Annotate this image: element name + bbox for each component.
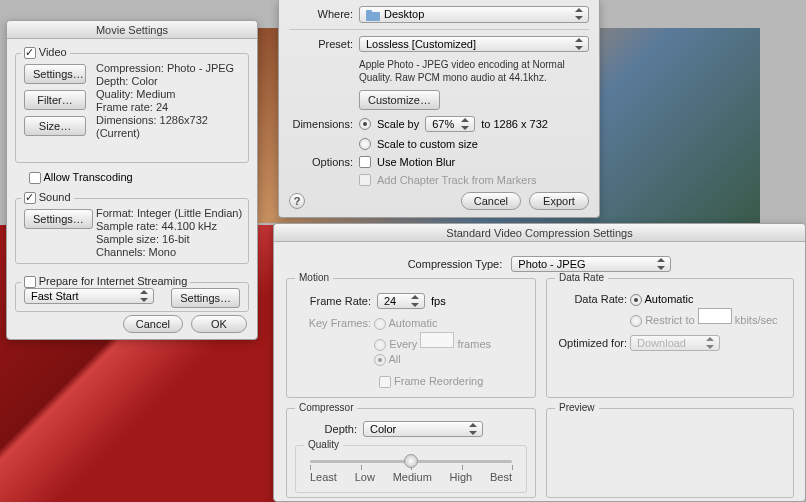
dr-unit-label: kbits/sec: [735, 314, 778, 326]
dr-restrict-radio[interactable]: [630, 315, 642, 327]
chevron-updown-icon: [139, 290, 149, 302]
scale-percent-popup[interactable]: 67%: [425, 116, 475, 132]
kf-every-label: Every: [389, 338, 417, 350]
chevron-updown-icon: [705, 337, 715, 349]
data-rate-label: Data Rate:: [557, 293, 627, 305]
sound-channels-text: Channels: Mono: [96, 246, 242, 259]
video-settings-button[interactable]: Settings…: [24, 64, 86, 84]
fast-start-value: Fast Start: [31, 290, 79, 302]
chevron-updown-icon: [574, 38, 584, 50]
chevron-updown-icon: [468, 423, 478, 435]
video-section-label: Video: [39, 46, 67, 58]
q-tick-least: Least: [310, 471, 337, 483]
data-rate-group: Data Rate Data Rate: Automatic Restrict …: [546, 278, 794, 398]
dr-restrict-field[interactable]: [698, 308, 732, 324]
prepare-streaming-label: Prepare for Internet Streaming: [39, 275, 188, 287]
customize-button[interactable]: Customize…: [359, 90, 440, 110]
sound-settings-button[interactable]: Settings…: [24, 209, 93, 229]
compression-type-value: Photo - JPEG: [518, 258, 585, 270]
optimized-value: Download: [637, 337, 686, 349]
chevron-updown-icon: [574, 8, 584, 20]
sound-section-label: Sound: [39, 191, 71, 203]
quality-slider-thumb[interactable]: [404, 454, 418, 468]
prepare-streaming-checkbox[interactable]: [24, 276, 36, 288]
quality-group: Quality Least Low Medium High: [295, 445, 527, 493]
divider: [289, 29, 589, 30]
video-dimensions-text: Dimensions: 1286x732 (Current): [96, 114, 242, 140]
video-framerate-text: Frame rate: 24: [96, 101, 242, 114]
optimized-popup: Download: [630, 335, 720, 351]
frame-reorder-checkbox: [379, 376, 391, 388]
streaming-settings-button[interactable]: Settings…: [171, 288, 240, 308]
movie-cancel-button[interactable]: Cancel: [123, 315, 183, 333]
scale-by-label: Scale by: [377, 118, 419, 130]
kf-frames-label: frames: [457, 338, 491, 350]
video-section-box: Settings… Filter… Size… Compression: Pho…: [15, 53, 249, 163]
preset-label: Preset:: [289, 38, 353, 50]
export-cancel-button[interactable]: Cancel: [461, 192, 521, 210]
compression-type-popup[interactable]: Photo - JPEG: [511, 256, 671, 272]
dr-auto-radio[interactable]: [630, 294, 642, 306]
q-tick-medium: Medium: [393, 471, 432, 483]
q-tick-low: Low: [355, 471, 375, 483]
sound-checkbox[interactable]: [24, 192, 36, 204]
sound-format-text: Format: Integer (Little Endian): [96, 207, 242, 220]
where-popup[interactable]: Desktop: [359, 6, 589, 23]
q-tick-best: Best: [490, 471, 512, 483]
sound-samplesize-text: Sample size: 16-bit: [96, 233, 242, 246]
motion-blur-checkbox[interactable]: [359, 156, 371, 168]
compression-settings-dialog: Standard Video Compression Settings Comp…: [273, 223, 806, 502]
movie-ok-button[interactable]: OK: [191, 315, 247, 333]
depth-popup[interactable]: Color: [363, 421, 483, 437]
where-label: Where:: [289, 8, 353, 20]
where-value: Desktop: [384, 8, 424, 20]
kf-every-field: [420, 332, 454, 348]
scale-by-radio[interactable]: [359, 118, 371, 130]
fast-start-popup[interactable]: Fast Start: [24, 288, 154, 304]
motion-blur-label: Use Motion Blur: [377, 156, 455, 168]
motion-group: Motion Frame Rate: 24 fps Key Frames: Au…: [286, 278, 536, 398]
depth-value: Color: [370, 423, 396, 435]
motion-legend: Motion: [295, 272, 333, 283]
allow-transcoding-checkbox[interactable]: [29, 172, 41, 184]
preset-description: Apple Photo - JPEG video encoding at Nor…: [359, 58, 589, 84]
movie-title: Movie Settings: [7, 21, 257, 39]
export-button[interactable]: Export: [529, 192, 589, 210]
depth-label: Depth:: [297, 423, 357, 435]
q-tick-high: High: [450, 471, 473, 483]
compressor-group: Compressor Depth: Color Quality: [286, 408, 536, 498]
quality-slider[interactable]: [310, 460, 512, 463]
preview-legend: Preview: [555, 402, 599, 413]
sound-samplerate-text: Sample rate: 44.100 kHz: [96, 220, 242, 233]
video-filter-button[interactable]: Filter…: [24, 90, 86, 110]
dr-restrict-label: Restrict to: [645, 314, 695, 326]
chapter-track-label: Add Chapter Track from Markers: [377, 174, 537, 186]
export-sheet: Where: Desktop Preset: Lossless [Customi…: [278, 0, 600, 218]
video-checkbox[interactable]: [24, 47, 36, 59]
options-label: Options:: [289, 156, 353, 168]
video-size-button[interactable]: Size…: [24, 116, 86, 136]
folder-icon: [366, 10, 380, 21]
help-icon[interactable]: ?: [289, 193, 305, 209]
scale-to-text: to 1286 x 732: [481, 118, 548, 130]
scale-custom-radio[interactable]: [359, 138, 371, 150]
frame-rate-label: Frame Rate:: [297, 295, 371, 307]
kf-all-label: All: [389, 353, 401, 365]
kf-all-radio: [374, 354, 386, 366]
chevron-updown-icon: [460, 118, 470, 130]
preset-popup[interactable]: Lossless [Customized]: [359, 36, 589, 52]
quality-legend: Quality: [304, 439, 343, 450]
dr-auto-label: Automatic: [645, 293, 694, 305]
fps-label: fps: [431, 295, 446, 307]
scale-custom-label: Scale to custom size: [377, 138, 478, 150]
kf-auto-label: Automatic: [389, 317, 438, 329]
frame-reorder-label: Frame Reordering: [394, 375, 483, 387]
compression-type-label: Compression Type:: [408, 258, 503, 270]
kf-auto-radio: [374, 318, 386, 330]
preset-value: Lossless [Customized]: [366, 38, 476, 50]
frame-rate-popup[interactable]: 24: [377, 293, 425, 309]
allow-transcoding-label: Allow Transcoding: [43, 171, 132, 183]
frame-rate-value: 24: [384, 295, 396, 307]
optimized-label: Optimized for:: [557, 337, 627, 349]
data-rate-legend: Data Rate: [555, 272, 608, 283]
